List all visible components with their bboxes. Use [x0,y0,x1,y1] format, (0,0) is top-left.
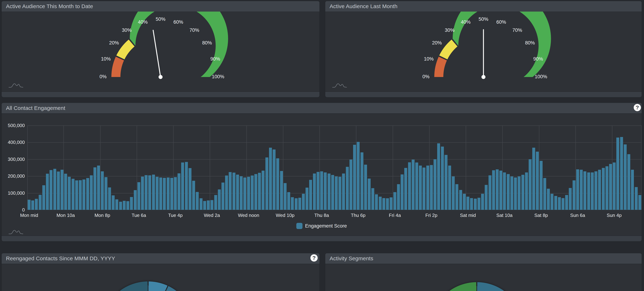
engagement-bar [382,198,385,210]
legend-swatch [296,223,302,229]
panel-all-contact-engagement: All Contact Engagement ? 500,000400,0003… [2,103,642,242]
engagement-bar [141,176,144,210]
engagement-bar [64,174,67,210]
help-icon[interactable]: ? [634,104,641,111]
engagement-bar [115,199,118,210]
gridline-vertical [539,126,539,210]
engagement-bar [613,162,616,210]
engagement-bar [138,182,140,210]
engagement-bar [448,166,451,210]
engagement-bar [620,137,623,210]
engagement-bar [338,177,341,210]
gauge-tick-label: 60% [496,19,506,25]
gauge-tick-label: 20% [109,40,119,46]
gridline-horizontal [27,159,642,160]
panel-title: Active Audience This Month to Date [6,3,93,10]
engagement-bar [167,178,170,210]
gridline-vertical [612,126,612,210]
engagement-bar [156,177,158,210]
engagement-bar [386,198,389,210]
engagement-bar [364,165,367,210]
gauge-chart-last-month: 0%10%20%30%40%50%60%70%80%90%100% [325,12,642,92]
engagement-bar [28,200,30,210]
gridline-horizontal [27,176,642,176]
x-axis-labels: Mon midMon 10aMon 8pTue 6aTue 4pWed 2aWe… [27,212,642,220]
engagement-bar [185,162,188,210]
gridline-vertical [27,126,28,210]
panel-footer [2,92,320,97]
x-axis-tick-label: Fri 4a [389,212,401,218]
engagement-bar [130,197,133,210]
gridline-vertical [641,126,642,210]
engagement-bar [251,176,254,210]
engagement-bar [580,170,583,210]
gridline-vertical [64,126,64,210]
engagement-bar [463,194,466,210]
engagement-bar [60,170,64,210]
engagement-bar [101,171,104,210]
engagement-bar [360,152,364,210]
engagement-bar [320,171,323,210]
y-axis-tick-label: 0 [22,207,25,213]
gridline-vertical [210,126,210,210]
engagement-bar [328,174,330,210]
engagement-bar [50,170,52,210]
engagement-bar [430,165,433,210]
engagement-bar [291,197,294,210]
engagement-bar [342,174,345,210]
gauge-needle-pivot [482,75,486,79]
sparkline-icon [332,82,349,88]
x-axis-tick-label: Fri 2p [426,212,437,218]
gauge-svg: 0%10%20%30%40%50%60%70%80%90%100% [2,12,320,92]
engagement-bar [97,166,100,210]
pie-chart-reengaged [101,282,195,291]
x-axis-tick-label: Sun 6a [570,212,585,218]
engagement-bar [39,195,42,210]
engagement-bar [42,185,45,210]
gauge-tick-label: 30% [445,28,454,33]
engagement-bar [346,167,349,210]
gauge-tick-label: 20% [432,40,442,46]
engagement-bar [379,197,382,210]
engagement-bar [276,158,279,210]
gauge-tick-label: 100% [534,74,547,79]
engagement-bar [485,185,488,210]
engagement-bar [606,166,608,210]
engagement-bar [269,148,272,210]
gauge-tick-label: 90% [210,56,220,62]
engagement-bar [488,175,492,210]
x-axis-tick-label: Thu 8a [314,212,329,218]
gauge-tick-label: 90% [533,56,543,62]
engagement-bar [492,170,495,210]
legend-label: Engagement Score [305,223,347,229]
engagement-bar [174,177,177,210]
engagement-bar [258,173,261,210]
engagement-bar [232,172,236,210]
engagement-bar [584,171,586,210]
engagement-bar [591,172,594,210]
engagement-bar [357,142,360,210]
engagement-bar [631,170,634,210]
panel-active-audience-this-month: Active Audience This Month to Date 0%10%… [2,1,320,98]
engagement-bar [86,178,89,210]
gauge-segment [439,40,458,60]
engagement-bar [547,189,550,210]
engagement-bar [441,146,444,210]
engagement-bar [474,199,477,210]
engagement-bar [536,152,539,210]
engagement-bar [507,174,510,210]
engagement-bar [408,162,411,210]
engagement-bar [170,178,173,210]
y-axis-tick-label: 300,000 [8,156,25,162]
gridline-vertical [429,126,430,210]
help-icon[interactable]: ? [310,254,318,262]
panel-reengaged-contacts: Reengaged Contacts Since MMM DD, YYYY ? [2,253,320,291]
engagement-bar [306,188,308,210]
x-axis-tick-label: Mon 8p [94,212,110,218]
engagement-bar [79,180,82,210]
engagement-bar [324,172,327,210]
panel-header: Active Audience Last Month [325,1,642,12]
engagement-bar [108,188,111,210]
engagement-bar [353,145,356,210]
gauge-tick-label: 0% [100,74,106,79]
